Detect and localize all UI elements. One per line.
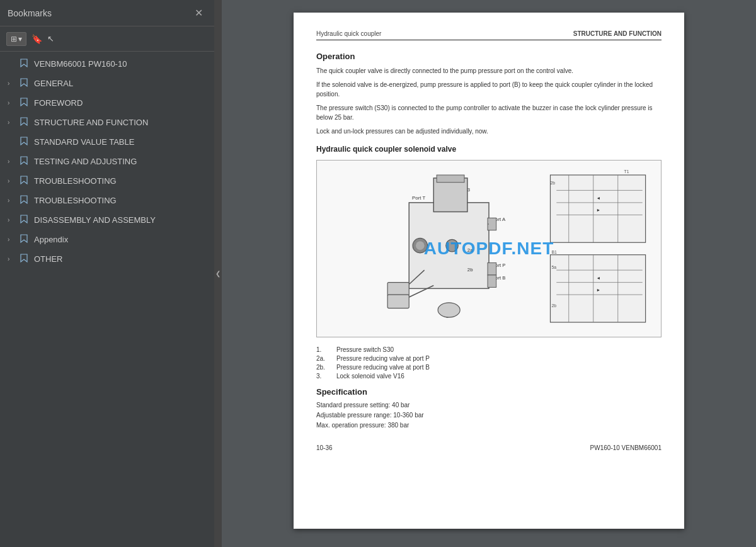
diagram-container: Port T Port A 2b Port P Port B 3 (316, 160, 662, 337)
list-text: Pressure reducing valve at port B (336, 364, 430, 371)
svg-rect-25 (488, 262, 496, 275)
svg-marker-7 (21, 196, 27, 203)
para2: If the solenoid valve is de-energized, p… (316, 80, 662, 99)
list-item: 2b.Pressure reducing valve at port B (316, 364, 662, 371)
sidebar-item-item-disassembly[interactable]: ›DISASSEMBLY AND ASSEMBLY (0, 210, 214, 230)
svg-text:◄: ◄ (597, 196, 601, 200)
expand-arrow-icon: › (8, 217, 16, 223)
sidebar: Bookmarks ✕ ⊞ ▾ 🔖 ↖ VENBM66001 PW160-10›… (0, 0, 214, 547)
bookmark-icon (20, 156, 30, 167)
spec-text: Standard pressure setting: 40 barAdjusta… (316, 400, 662, 431)
list-item: 1.Pressure switch S30 (316, 346, 662, 353)
sidebar-item-item-appendix[interactable]: ›Appendix (0, 230, 214, 249)
svg-marker-10 (21, 254, 27, 262)
svg-marker-8 (21, 215, 27, 223)
svg-text:2b: 2b (551, 181, 556, 185)
svg-rect-15 (387, 283, 409, 296)
watermark: AUTOPDF.NET (424, 239, 554, 259)
sidebar-item-item-standard[interactable]: STANDARD VALUE TABLE (0, 132, 214, 152)
bookmark-icon (20, 117, 30, 128)
sidebar-item-item-other[interactable]: ›OTHER (0, 249, 214, 269)
svg-rect-17 (387, 295, 409, 308)
grid-icon: ⊞ (11, 35, 17, 43)
expand-arrow-icon: › (8, 178, 16, 184)
sidebar-item-item-general[interactable]: ›GENERAL (0, 74, 214, 93)
bookmark-label: FOREWORD (34, 98, 83, 108)
sidebar-item-item-root[interactable]: VENBM66001 PW160-10 (0, 54, 214, 74)
bookmark-icon (20, 195, 30, 206)
para4: Lock and un-lock pressures can be adjust… (316, 127, 662, 136)
bookmark-icon (20, 215, 30, 225)
svg-rect-20 (488, 218, 496, 230)
spec-line: Max. operation pressure: 380 bar (316, 420, 662, 431)
footer-page-number: 10-36 (316, 444, 333, 451)
bookmark-list: VENBM66001 PW160-10›GENERAL›FOREWORD›STR… (0, 52, 214, 547)
svg-text:►: ► (597, 288, 601, 292)
cursor-icon: ↖ (47, 34, 54, 43)
svg-rect-26 (488, 275, 496, 288)
main-content: Hydraulic quick coupler STRUCTURE AND FU… (222, 0, 756, 547)
svg-text:►: ► (597, 208, 601, 213)
svg-marker-0 (21, 59, 27, 67)
page-header-right: STRUCTURE AND FUNCTION (573, 30, 662, 37)
svg-rect-12 (433, 178, 467, 212)
hydraulic-section-title: Hydraulic quick coupler solenoid valve (316, 145, 662, 154)
bookmark-icon (20, 137, 30, 147)
bookmark-icon (20, 78, 30, 89)
bookmark-label: TROUBLESHOOTING (34, 176, 117, 186)
list-text: Pressure reducing valve at port P (336, 355, 430, 362)
page-footer: 10-36 PW160-10 VENBM66001 (316, 442, 662, 451)
expand-arrow-icon: › (8, 197, 16, 204)
bookmark-label: OTHER (34, 254, 63, 264)
expand-arrow-icon: › (8, 99, 16, 106)
svg-marker-1 (21, 79, 27, 86)
diagram-placeholder: Port T Port A 2b Port P Port B 3 (317, 161, 661, 337)
bookmark-icon (20, 254, 30, 264)
sidebar-title: Bookmarks (8, 8, 52, 18)
sidebar-header: Bookmarks ✕ (0, 0, 214, 26)
svg-text:Port T: Port T (412, 195, 425, 201)
list-num: 3. (316, 373, 331, 380)
svg-marker-9 (21, 235, 27, 242)
pdf-page: Hydraulic quick coupler STRUCTURE AND FU… (294, 13, 684, 529)
pdf-view: Hydraulic quick coupler STRUCTURE AND FU… (222, 0, 756, 547)
list-item: 3.Lock solenoid valve V16 (316, 373, 662, 380)
sidebar-item-item-trouble1[interactable]: ›TROUBLESHOOTING (0, 171, 214, 191)
sidebar-item-item-testing[interactable]: ›TESTING AND ADJUSTING (0, 152, 214, 171)
expand-arrow-icon: › (8, 256, 16, 262)
para1: The quick coupler valve is directly conn… (316, 66, 662, 76)
list-text: Pressure switch S30 (336, 346, 394, 353)
sidebar-item-item-structure[interactable]: ›STRUCTURE AND FUNCTION (0, 113, 214, 132)
bookmark-icon (20, 59, 30, 69)
svg-text:2b: 2b (467, 267, 473, 273)
bookmark-label: Appendix (34, 235, 68, 244)
bookmark-add-icon[interactable]: 🔖 (32, 34, 42, 44)
expand-arrow-icon: › (8, 158, 16, 165)
spec-line: Adjustable pressure range: 10-360 bar (316, 410, 662, 420)
svg-marker-2 (21, 98, 27, 106)
svg-marker-6 (21, 176, 27, 184)
spec-line: Standard pressure setting: 40 bar (316, 400, 662, 410)
collapse-handle[interactable]: ❮ (214, 0, 222, 547)
sidebar-item-item-foreword[interactable]: ›FOREWORD (0, 93, 214, 113)
bookmark-icon (20, 176, 30, 186)
svg-text:T1: T1 (624, 169, 629, 174)
bookmark-label: TESTING AND ADJUSTING (34, 157, 137, 166)
svg-text:3: 3 (467, 187, 470, 193)
svg-text:2b: 2b (551, 303, 556, 308)
bookmark-label: GENERAL (34, 79, 73, 88)
sidebar-item-item-trouble2[interactable]: ›TROUBLESHOOTING (0, 191, 214, 210)
list-text: Lock solenoid valve V16 (336, 373, 404, 380)
bookmark-label: TROUBLESHOOTING (34, 196, 117, 205)
svg-marker-5 (21, 157, 27, 164)
bookmark-icon (20, 234, 30, 245)
page-header: Hydraulic quick coupler STRUCTURE AND FU… (316, 30, 662, 40)
svg-marker-3 (21, 118, 27, 125)
list-num: 2a. (316, 355, 331, 362)
svg-text:◄: ◄ (597, 276, 601, 280)
close-button[interactable]: ✕ (191, 6, 207, 20)
footer-doc-id: PW160-10 VENBM66001 (590, 444, 662, 451)
bookmark-label: DISASSEMBLY AND ASSEMBLY (34, 215, 156, 225)
view-options-button[interactable]: ⊞ ▾ (6, 32, 26, 46)
dropdown-icon: ▾ (18, 35, 22, 43)
